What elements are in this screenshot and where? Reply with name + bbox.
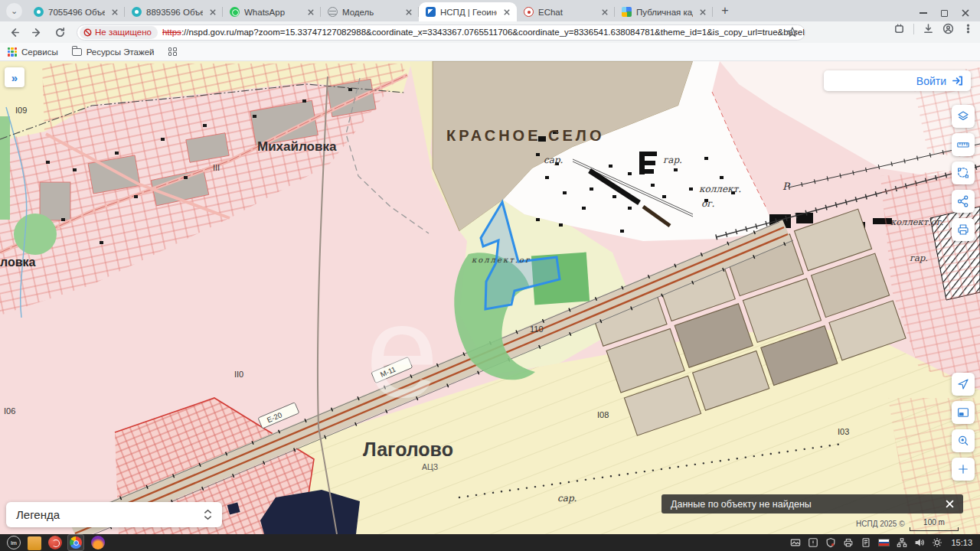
whatsapp-favicon — [230, 7, 240, 17]
tab-close-icon[interactable] — [207, 7, 218, 18]
apps-grid-icon[interactable] — [168, 47, 177, 56]
volume-icon[interactable] — [914, 537, 925, 548]
label-iii: III — [213, 163, 220, 172]
toast-close-icon[interactable] — [946, 500, 954, 508]
tab-title: EChat — [538, 8, 595, 17]
expand-sidebar-button[interactable]: » — [5, 67, 24, 87]
label-krasnoe-selo: КРАСНОЕ СЕЛО — [446, 127, 604, 144]
pkk-favicon — [622, 7, 632, 17]
geolocation-button[interactable] — [952, 373, 975, 396]
network-icon[interactable] — [897, 537, 907, 548]
taskbar: lm 15:13 — [0, 534, 980, 551]
tab-close-icon[interactable] — [305, 7, 316, 18]
update-warning-icon[interactable] — [808, 537, 818, 548]
login-bar[interactable]: Войти — [824, 70, 971, 91]
printer-tray-icon[interactable] — [843, 537, 854, 548]
tab-title: 8893596 Объект — [146, 8, 203, 17]
measure-ruler-button[interactable] — [952, 133, 975, 156]
tab-whatsapp[interactable]: WhatsApp — [223, 2, 321, 21]
map-attribution: НСПД 2025 © — [856, 520, 905, 528]
window-close-icon[interactable] — [962, 9, 969, 17]
document-tray-icon[interactable] — [861, 537, 871, 548]
label-sar-bottom: сар. — [557, 493, 577, 504]
tab-close-icon[interactable] — [599, 7, 610, 18]
bookmark-label: Сервисы — [21, 47, 58, 57]
globe-favicon — [328, 7, 338, 17]
window-controls — [920, 9, 980, 21]
file-manager-button[interactable] — [28, 536, 41, 550]
label-sar-top: сар. — [544, 155, 563, 165]
legend-panel[interactable]: Легенда — [6, 502, 222, 527]
legend-expander-icon[interactable] — [204, 509, 212, 520]
label-kollekt-green: коллект.ог — [472, 256, 531, 264]
browser-tab-strip: ⌄ 7055496 Объект 8893596 Объект WhatsApp… — [0, 0, 980, 21]
scale-label: 100 m — [923, 518, 945, 527]
tab-close-icon[interactable] — [109, 7, 120, 18]
label-i03: I03 — [838, 427, 849, 436]
toolbar-right-icons — [893, 23, 974, 34]
tab-object-8893596[interactable]: 8893596 Объект — [125, 2, 223, 21]
system-tray: 15:13 — [790, 537, 980, 548]
tab-model[interactable]: Модель — [321, 2, 419, 21]
share-button[interactable] — [952, 190, 975, 213]
flame-app-button[interactable] — [91, 536, 105, 549]
tab-close-icon[interactable] — [697, 7, 708, 18]
url-rest: ://nspd.gov.ru/map?zoom=15.3374712708298… — [181, 28, 805, 37]
label-kollekt-right: коллект.ог. — [890, 217, 943, 227]
back-icon[interactable] — [5, 23, 23, 41]
search-on-map-button[interactable] — [952, 429, 975, 452]
minimize-icon[interactable] — [920, 12, 927, 14]
keyboard-layout-ru-flag[interactable] — [878, 539, 890, 546]
legend-label: Легенда — [16, 508, 60, 521]
select-area-button[interactable] — [952, 161, 975, 184]
tab-close-icon[interactable] — [403, 7, 414, 18]
tab-title: Публичная кадастровая ка — [636, 8, 693, 17]
print-button[interactable] — [952, 218, 975, 241]
layers-button[interactable] — [952, 105, 975, 128]
map-canvas[interactable]: е КРАСНОЕ СЕЛО Михайловка Лаголово ловка… — [0, 61, 980, 534]
label-kollekt: коллект. — [699, 184, 741, 194]
extensions-icon[interactable] — [893, 23, 905, 34]
divider — [913, 24, 914, 34]
bookmark-star-icon[interactable] — [787, 27, 798, 41]
tab-search-button[interactable]: ⌄ — [6, 3, 22, 19]
browser-toolbar: Не защищено https://nspd.gov.ru/map?zoom… — [0, 21, 980, 43]
chrome-active-button[interactable] — [67, 534, 84, 551]
bookmarks-bar: Сервисы Ресурсы Этажей — [0, 43, 980, 61]
label-lagolovo: Лаголово — [363, 439, 453, 460]
media-app-button[interactable] — [48, 536, 62, 549]
restore-icon[interactable] — [941, 10, 948, 17]
tab-pkk[interactable]: Публичная кадастровая ка — [615, 2, 713, 21]
screenshot-tray-icon[interactable] — [790, 537, 801, 548]
forward-icon[interactable] — [28, 23, 46, 41]
security-badge[interactable]: Не защищено — [80, 26, 158, 39]
bookmark-services[interactable]: Сервисы — [8, 47, 58, 57]
overview-map-button[interactable] — [952, 401, 975, 424]
zoom-in-button[interactable] — [952, 458, 975, 481]
not-secure-icon — [83, 28, 92, 37]
label-ii0: II0 — [234, 370, 243, 379]
profile-icon[interactable] — [942, 23, 954, 34]
services-grid-icon — [8, 47, 17, 57]
tab-title: 7055496 Объект — [48, 8, 105, 17]
security-badge-text: Не защищено — [95, 28, 152, 37]
nspd-favicon — [426, 7, 436, 17]
tab-object-7055496[interactable]: 7055496 Объект — [27, 2, 125, 21]
brightness-icon[interactable] — [932, 537, 942, 548]
tab-close-icon[interactable] — [501, 7, 512, 18]
tab-nspd-active[interactable]: НСПД | Геоинформационн — [419, 2, 517, 21]
menu-kebab-icon[interactable] — [962, 23, 974, 34]
shield-icon[interactable] — [825, 537, 836, 548]
scale-line — [910, 527, 959, 531]
url-scheme: https — [162, 28, 181, 37]
mint-menu-button[interactable]: lm — [7, 536, 21, 549]
tab-title: НСПД | Геоинформационн — [440, 8, 497, 17]
address-bar[interactable]: Не защищено https://nspd.gov.ru/map?zoom… — [77, 24, 805, 41]
tab-echat[interactable]: EChat — [517, 2, 615, 21]
reload-icon[interactable] — [51, 23, 69, 41]
new-tab-button[interactable]: + — [716, 2, 734, 20]
etazhi-favicon — [132, 7, 142, 17]
bookmark-resources[interactable]: Ресурсы Этажей — [72, 47, 155, 57]
download-icon[interactable] — [923, 23, 934, 34]
taskbar-clock[interactable]: 15:13 — [951, 538, 972, 547]
